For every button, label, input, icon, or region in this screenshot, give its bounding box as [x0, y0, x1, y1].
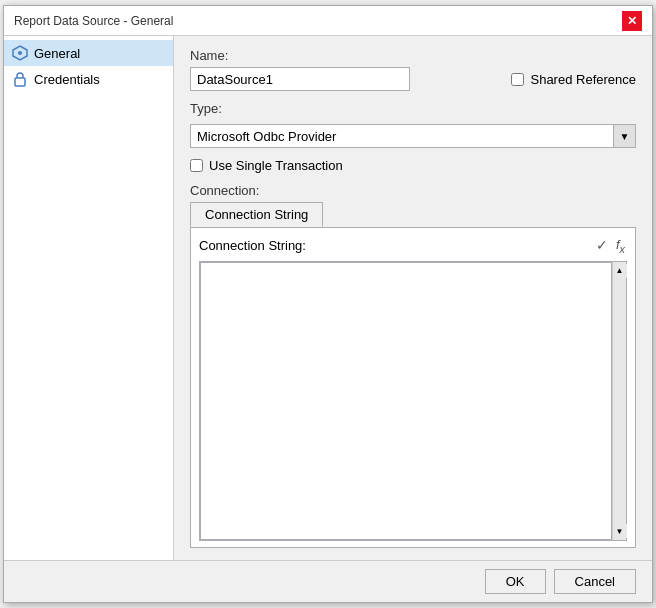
conn-string-textarea[interactable] [200, 262, 612, 540]
name-label: Name: [190, 48, 636, 63]
title-bar: Report Data Source - General ✕ [4, 6, 652, 36]
svg-rect-2 [15, 78, 25, 86]
type-select-wrapper: Microsoft Odbc Provider ▼ [190, 124, 636, 148]
scroll-up-button[interactable]: ▲ [613, 264, 627, 278]
scroll-down-button[interactable]: ▼ [613, 524, 627, 538]
type-label: Type: [190, 101, 636, 116]
conn-string-textarea-wrapper: ▲ ▼ [199, 261, 627, 541]
conn-icons: ✓ fx [594, 234, 627, 257]
sidebar-credentials-label: Credentials [34, 72, 100, 87]
fx-label: fx [616, 237, 625, 252]
tab-connection-string[interactable]: Connection String [190, 202, 323, 227]
dropdown-arrow-icon[interactable]: ▼ [614, 124, 636, 148]
connection-panel: Connection String: ✓ fx ▲ ▼ [190, 228, 636, 548]
dialog-title: Report Data Source - General [14, 14, 173, 28]
shared-reference-checkbox[interactable] [511, 73, 524, 86]
fx-icon-button[interactable]: fx [614, 234, 627, 257]
sidebar-general-label: General [34, 46, 80, 61]
check-icon-button[interactable]: ✓ [594, 235, 610, 255]
cancel-button[interactable]: Cancel [554, 569, 636, 594]
footer: OK Cancel [4, 560, 652, 602]
single-transaction-label: Use Single Transaction [209, 158, 343, 173]
name-section: Name: Shared Reference [190, 48, 636, 91]
credentials-icon [12, 71, 28, 87]
type-select[interactable]: Microsoft Odbc Provider [190, 124, 614, 148]
shared-reference-label: Shared Reference [530, 72, 636, 87]
svg-point-1 [18, 51, 22, 55]
shared-reference-row: Shared Reference [511, 72, 636, 87]
sidebar-item-general[interactable]: General [4, 40, 173, 66]
general-icon [12, 45, 28, 61]
sidebar: General Credentials [4, 36, 174, 560]
main-content: Name: Shared Reference Type: Microsoft O… [174, 36, 652, 560]
sidebar-item-credentials[interactable]: Credentials [4, 66, 173, 92]
ok-button[interactable]: OK [485, 569, 546, 594]
conn-string-header-row: Connection String: ✓ fx [199, 234, 627, 257]
single-transaction-checkbox[interactable] [190, 159, 203, 172]
connection-label: Connection: [190, 183, 636, 198]
scrollbar: ▲ ▼ [612, 262, 626, 540]
conn-string-label: Connection String: [199, 238, 306, 253]
dialog: Report Data Source - General ✕ General [3, 5, 653, 603]
name-input[interactable] [190, 67, 410, 91]
close-button[interactable]: ✕ [622, 11, 642, 31]
tab-bar: Connection String [190, 202, 636, 228]
type-section: Type: Microsoft Odbc Provider ▼ [190, 101, 636, 148]
name-row: Shared Reference [190, 67, 636, 91]
single-transaction-row: Use Single Transaction [190, 158, 636, 173]
dialog-body: General Credentials Name: [4, 36, 652, 560]
connection-section: Connection: Connection String Connection… [190, 183, 636, 548]
